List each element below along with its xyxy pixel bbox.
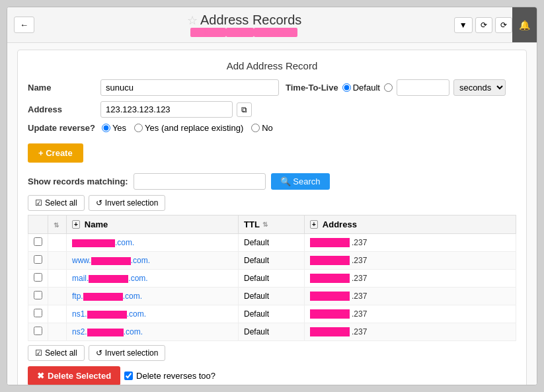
search-button[interactable]: 🔍 Search [271, 173, 330, 190]
row-checkbox[interactable] [34, 237, 42, 246]
address-number: .237 [352, 238, 367, 247]
delete-selected-button[interactable]: ✖ Delete Selected [28, 366, 120, 385]
th-ttl-content: TTL ⇅ [244, 219, 299, 229]
bottom-select-all-label: Select all [45, 348, 77, 358]
table-body: .com.Default.237www..com.Default.237mail… [28, 234, 516, 341]
address-bar [310, 327, 350, 336]
hostname-prefix: www. [72, 256, 91, 265]
delete-icon: ✖ [37, 371, 44, 381]
address-label: Address [28, 104, 94, 114]
address-number: .237 [352, 256, 367, 265]
name-ttl-row: Name Time-To-Live Default seconds minute… [28, 79, 516, 96]
search-row: Show records matching: 🔍 Search [28, 173, 516, 190]
update-reverse-yes-replace[interactable]: Yes (and replace existing) [134, 123, 243, 133]
update-reverse-no-input[interactable] [251, 124, 260, 132]
hostname-prefix: ns2. [72, 327, 87, 336]
checkbox-icon: ☑ [35, 198, 42, 208]
top-selection-row: ☑ Select all ↺ Invert selection [28, 195, 516, 211]
top-select-all-button[interactable]: ☑ Select all [28, 195, 85, 211]
table-row: www..com.Default.237 [28, 252, 516, 270]
update-reverse-yes-replace-input[interactable] [134, 124, 143, 132]
name-label: Name [28, 83, 94, 93]
create-button[interactable]: + Create [28, 143, 83, 163]
bottom-select-all-button[interactable]: ☑ Select all [28, 345, 85, 361]
th-checkbox [28, 216, 48, 234]
row-address-cell: .237 [305, 305, 516, 323]
search-label: Show records matching: [28, 176, 128, 186]
row-ttl-cell: Default [239, 270, 305, 288]
row-sort-cell [48, 305, 67, 323]
th-address[interactable]: + Address [305, 216, 516, 234]
row-sort-cell [48, 234, 67, 252]
ttl-custom-radio-input[interactable] [384, 83, 393, 92]
top-invert-selection-button[interactable]: ↺ Invert selection [89, 195, 166, 211]
update-reverse-no-label: No [262, 123, 273, 133]
th-name-label: Name [85, 219, 108, 229]
row-sort-cell [48, 270, 67, 288]
address-bar [310, 256, 350, 265]
table-row: ns2..com.Default.237 [28, 323, 516, 341]
refresh1-button[interactable]: ⟳ [475, 17, 492, 33]
hostname: mail..com. [72, 274, 148, 283]
update-reverse-yes-input[interactable] [102, 124, 110, 132]
hostname-suffix: .com. [115, 238, 134, 247]
card-title: Add Address Record [28, 60, 516, 71]
hostname-suffix: .com. [131, 256, 150, 265]
ttl-section: Time-To-Live Default seconds minutes hou… [286, 79, 516, 96]
delete-reverses-label[interactable]: Delete reverses too? [124, 371, 215, 381]
search-input[interactable] [134, 173, 266, 190]
hostname: www..com. [72, 256, 150, 265]
subtitle: In p.com [34, 28, 454, 37]
row-checkbox[interactable] [34, 255, 42, 264]
copy-address-button[interactable]: ⧉ [237, 102, 252, 117]
bottom-selection-row: ☑ Select all ↺ Invert selection [28, 345, 516, 361]
th-name[interactable]: + Name [67, 216, 239, 234]
star-icon[interactable]: ☆ [187, 14, 198, 27]
create-button-label: + Create [38, 148, 73, 158]
row-checkbox-cell [28, 288, 48, 305]
filter-button[interactable]: ▼ [454, 17, 473, 33]
row-name-cell: ns2..com. [67, 323, 239, 341]
hostname-suffix: .com. [128, 274, 147, 283]
bottom-invert-selection-button[interactable]: ↺ Invert selection [89, 345, 166, 361]
ttl-default-radio[interactable]: Default [342, 83, 380, 93]
address-bar [310, 238, 350, 247]
row-address-cell: .237 [305, 270, 516, 288]
ttl-value-input[interactable] [397, 79, 449, 96]
row-checkbox-cell [28, 323, 48, 341]
row-checkbox[interactable] [34, 273, 42, 282]
row-address-cell: .237 [305, 252, 516, 270]
update-reverse-yes-label: Yes [112, 123, 126, 133]
th-addr-label: Address [323, 219, 357, 229]
row-checkbox[interactable] [34, 291, 42, 299]
name-input[interactable] [100, 79, 279, 96]
address-number: .237 [352, 274, 367, 283]
notification-button[interactable]: 🔔 [512, 7, 537, 42]
table-header-row: ⇅ + Name TTL ⇅ [28, 216, 516, 234]
subtitle-prefix: In [190, 28, 225, 37]
address-bar [310, 274, 350, 283]
th-sort[interactable]: ⇅ [48, 216, 67, 234]
topbar: ← ☆ Address Records In p.com ▼ ⟳ ⟳ ■ 🔔 [7, 7, 537, 43]
row-checkbox[interactable] [34, 309, 42, 317]
ttl-unit-select[interactable]: seconds minutes hours days [453, 79, 506, 96]
update-reverse-yes-replace-label: Yes (and replace existing) [145, 123, 243, 133]
delete-reverses-text: Delete reverses too? [136, 371, 215, 381]
row-ttl-cell: Default [239, 288, 305, 305]
update-reverse-label: Update reverse? [28, 123, 95, 133]
update-reverse-row: Update reverse? Yes Yes (and replace exi… [28, 123, 516, 133]
page-title: ☆ Address Records [34, 13, 454, 28]
row-checkbox[interactable] [34, 327, 42, 335]
delete-reverses-checkbox[interactable] [124, 372, 133, 380]
row-name-cell: ftp..com. [67, 288, 239, 305]
address-row: Address ⧉ [28, 101, 516, 118]
update-reverse-yes[interactable]: Yes [102, 123, 126, 133]
ttl-default-radio-input[interactable] [342, 83, 351, 92]
back-button[interactable]: ← [14, 17, 34, 33]
row-sort-cell [48, 252, 67, 270]
table-row: ftp..com.Default.237 [28, 288, 516, 305]
update-reverse-no[interactable]: No [251, 123, 273, 133]
address-input[interactable] [100, 101, 233, 118]
th-ttl[interactable]: TTL ⇅ [239, 216, 305, 234]
refresh2-button[interactable]: ⟳ [495, 17, 512, 33]
